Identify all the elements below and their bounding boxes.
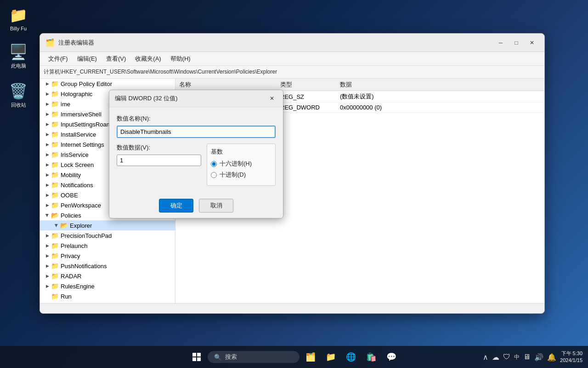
dialog-overlay: 编辑 DWORD (32 位值) ✕ 数值名称(N): 数值数据(V): 基数 … <box>0 0 588 368</box>
dialog-ok-button[interactable]: 确定 <box>159 199 193 213</box>
dialog-body: 数值名称(N): 数值数据(V): 基数 十六进制(H) 十进制(D) <box>109 107 283 193</box>
radio-hex-label[interactable]: 十六进制(H) <box>211 160 271 168</box>
search-placeholder: 搜索 <box>225 353 237 361</box>
svg-rect-2 <box>192 357 196 361</box>
sys-tray-volume[interactable]: 🔊 <box>534 353 543 362</box>
sys-tray-lang[interactable]: 中 <box>514 353 520 361</box>
sys-tray-cloud[interactable]: ☁ <box>492 353 499 362</box>
radio-dec-text: 十进制(D) <box>220 171 246 179</box>
start-button[interactable] <box>187 348 206 366</box>
clock[interactable]: 下午 5:30 2024/1/15 <box>560 350 582 364</box>
radio-dec-label[interactable]: 十进制(D) <box>211 171 271 179</box>
taskbar-edge[interactable]: 🌐 <box>342 348 360 366</box>
taskbar-center: 🔍 搜索 🗂️ 📁 🌐 🛍️ 💬 <box>187 348 401 366</box>
taskbar-folder[interactable]: 📁 <box>322 348 340 366</box>
dialog-titlebar: 编辑 DWORD (32 位值) ✕ <box>109 90 283 107</box>
dialog-base-label: 基数 <box>211 148 271 156</box>
clock-date: 2024/1/15 <box>560 357 582 364</box>
dialog-value-input[interactable] <box>117 155 201 166</box>
dialog-name-label: 数值名称(N): <box>117 115 276 123</box>
dialog-cancel-button[interactable]: 取消 <box>199 199 233 213</box>
radio-dec[interactable] <box>211 172 217 178</box>
svg-rect-1 <box>197 353 201 356</box>
edit-dword-dialog: 编辑 DWORD (32 位值) ✕ 数值名称(N): 数值数据(V): 基数 … <box>109 90 283 218</box>
radio-hex-text: 十六进制(H) <box>220 160 252 168</box>
taskbar-right: ∧ ☁ 🛡 中 🖥 🔊 🔔 下午 5:30 2024/1/15 <box>483 350 582 364</box>
search-icon: 🔍 <box>214 354 221 361</box>
sys-tray-chevron[interactable]: ∧ <box>483 353 488 362</box>
dialog-name-input[interactable] <box>117 126 276 138</box>
taskbar-store[interactable]: 🛍️ <box>362 348 380 366</box>
taskbar-file-explorer[interactable]: 🗂️ <box>301 348 320 366</box>
dialog-title-text: 编辑 DWORD (32 位值) <box>115 94 178 103</box>
dialog-value-col: 数值数据(V): <box>117 144 201 186</box>
svg-rect-3 <box>197 357 201 361</box>
taskbar-search[interactable]: 🔍 搜索 <box>208 351 300 363</box>
clock-time: 下午 5:30 <box>561 350 582 357</box>
sys-tray-security[interactable]: 🛡 <box>503 353 510 361</box>
sys-tray-display[interactable]: 🖥 <box>523 353 531 361</box>
sys-tray-bell[interactable]: 🔔 <box>547 353 556 362</box>
dialog-base-col: 基数 十六进制(H) 十进制(D) <box>207 144 276 186</box>
dialog-data-label: 数值数据(V): <box>117 144 201 152</box>
dialog-footer: 确定 取消 <box>109 193 283 218</box>
taskbar-teams[interactable]: 💬 <box>382 348 401 366</box>
svg-rect-0 <box>192 353 196 356</box>
taskbar: 🔍 搜索 🗂️ 📁 🌐 🛍️ 💬 ∧ ☁ 🛡 中 🖥 🔊 🔔 下午 5:30 2… <box>0 346 588 368</box>
radio-hex[interactable] <box>211 161 217 167</box>
dialog-close-button[interactable]: ✕ <box>266 94 277 103</box>
dialog-row: 数值数据(V): 基数 十六进制(H) 十进制(D) <box>117 144 276 186</box>
